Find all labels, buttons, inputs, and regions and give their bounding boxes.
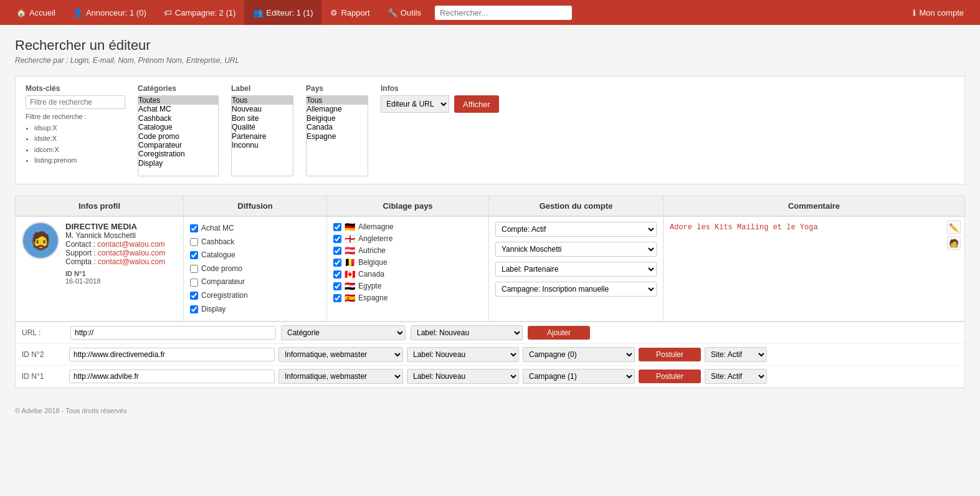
- support-row: Support : contact@walou.com: [65, 249, 177, 257]
- avatar: 🧔: [22, 222, 59, 259]
- afficher-button[interactable]: Afficher: [454, 95, 499, 113]
- postuler-button-3[interactable]: Postuler: [639, 370, 701, 383]
- infos-label: Infos: [381, 84, 499, 93]
- nav-outils[interactable]: 🔧 Outils: [379, 0, 430, 25]
- diffusion-cashback: Cashback: [190, 236, 320, 249]
- diffusion-code-promo: Code promo: [190, 262, 320, 276]
- url-input-1[interactable]: [70, 326, 276, 340]
- filter-pays: Pays Tous Allemagne Belgique Canada Espa…: [306, 84, 368, 176]
- compta-email[interactable]: contact@walou.com: [98, 257, 165, 266]
- header-commentaire: Commentaire: [664, 196, 964, 216]
- url-input-3[interactable]: [69, 370, 275, 383]
- filter-label: Label Tous Nouveau Bon site Qualité Part…: [231, 84, 293, 176]
- edit-comment-button[interactable]: ✏️: [947, 221, 961, 234]
- checkbox-cashback[interactable]: [190, 238, 198, 246]
- account-area: ℹ Mon compte: [904, 8, 973, 17]
- categorie-select-1[interactable]: Catégorie Informatique, webmaster: [281, 325, 406, 340]
- user-comment-button[interactable]: 🧑: [947, 236, 961, 250]
- nav-rapport[interactable]: ⚙ Rapport: [321, 0, 378, 25]
- campagne-select-3[interactable]: Campagne (1): [523, 369, 635, 384]
- mon-compte-label: Mon compte: [919, 8, 964, 17]
- campagne-select[interactable]: Campagne: Inscription manuelle: [495, 282, 657, 297]
- nav-editeur[interactable]: 👥 Editeur: 1 (1): [244, 0, 321, 25]
- cb-espagne[interactable]: [333, 294, 341, 302]
- url-row-1: URL : Catégorie Informatique, webmaster …: [16, 322, 964, 344]
- pays-select[interactable]: Tous Allemagne Belgique Canada Espagne: [306, 95, 368, 176]
- checkbox-display[interactable]: [190, 305, 198, 313]
- label-select-1[interactable]: Label: Nouveau Label: Bon site: [411, 325, 523, 340]
- label-select-3[interactable]: Label: Nouveau: [407, 369, 519, 384]
- checkbox-achat-mc[interactable]: [190, 224, 198, 232]
- label-select[interactable]: Tous Nouveau Bon site Qualité Partenaire…: [231, 95, 293, 176]
- contact-row: Contact : contact@walou.com: [65, 240, 177, 249]
- site-select-3[interactable]: Site: Actif: [705, 369, 767, 384]
- tag-icon: 🏷: [164, 8, 172, 17]
- postuler-button-2[interactable]: Postuler: [639, 348, 701, 361]
- infos-select[interactable]: Editeur & URL Editeur URL: [381, 95, 449, 113]
- users-icon: 👥: [253, 8, 263, 17]
- url-rows: URL : Catégorie Informatique, webmaster …: [16, 322, 964, 388]
- cb-allemagne[interactable]: [333, 223, 341, 231]
- nav-editeur-label: Editeur: 1 (1): [266, 8, 313, 17]
- diffusion-cell: Achat MC Cashback Catalogue Code promo C…: [184, 217, 327, 321]
- nav-rapport-label: Rapport: [341, 8, 369, 17]
- categorie-select-2[interactable]: Informatique, webmaster: [278, 347, 403, 362]
- nav-outils-label: Outils: [401, 8, 421, 17]
- cb-egypte[interactable]: [333, 282, 341, 290]
- contact-email[interactable]: contact@walou.com: [97, 240, 164, 249]
- mots-cles-input[interactable]: [26, 95, 125, 109]
- user-icon: 👤: [73, 8, 83, 17]
- checkbox-coregistration[interactable]: [190, 292, 198, 300]
- infos-row: Editeur & URL Editeur URL Afficher: [381, 95, 499, 113]
- cb-belgique[interactable]: [333, 259, 341, 267]
- categories-select[interactable]: Toutes Achat MC Cashback Catalogue Code …: [138, 95, 219, 176]
- campagne-select-2[interactable]: Campagne (0): [523, 347, 635, 362]
- nav-accueil[interactable]: 🏠 Accueil: [7, 0, 64, 25]
- filter-infos: Infos Editeur & URL Editeur URL Afficher: [381, 84, 499, 113]
- url-input-2[interactable]: [69, 348, 275, 361]
- header-gestion: Gestion du compte: [489, 196, 664, 216]
- site-select-2[interactable]: Site: Actif: [705, 347, 767, 362]
- footer: © Advibe 2018 - Tous droits réservés: [0, 401, 980, 421]
- nav-accueil-label: Accueil: [29, 8, 55, 17]
- nav-annonceur[interactable]: 👤 Annonceur: 1 (0): [64, 0, 155, 25]
- diffusion-comparateur: Comparateur: [190, 275, 320, 289]
- filter-hint: Filtre de recherche : idsup:X idsite:X i…: [26, 112, 125, 166]
- filter-categories: Catégories Toutes Achat MC Cashback Cata…: [138, 84, 219, 176]
- label-label: Label: [231, 84, 293, 93]
- mon-compte-link[interactable]: ℹ Mon compte: [904, 8, 973, 17]
- footer-text: © Advibe 2018 - Tous droits réservés: [15, 407, 127, 414]
- page-title: Rechercher un éditeur: [15, 37, 965, 54]
- topnav: 🏠 Accueil 👤 Annonceur: 1 (0) 🏷 Campagne:…: [0, 0, 980, 25]
- comment-text: Adore les Kits Mailing et le Yoga: [670, 222, 958, 233]
- categorie-select-3[interactable]: Informatique, webmaster: [278, 369, 403, 384]
- label-compte-select[interactable]: Label: Partenaire Label: Nouveau Label: …: [495, 262, 657, 277]
- table-row: 🧔 DIRECTIVE MEDIA M. Yannick Moschetti C…: [16, 217, 964, 322]
- ajouter-button[interactable]: Ajouter: [528, 326, 590, 340]
- commentaire-cell: Adore les Kits Mailing et le Yoga ✏️ 🧑: [664, 217, 964, 321]
- gear-icon: ⚙: [330, 8, 338, 17]
- personne-select[interactable]: Yannick Moschetti: [495, 242, 657, 257]
- search-container: [435, 6, 904, 20]
- diffusion-catalogue: Catalogue: [190, 249, 320, 262]
- url-row-2: ID N°2 Informatique, webmaster Label: No…: [16, 344, 964, 366]
- cb-canada[interactable]: [333, 270, 341, 279]
- categories-label: Catégories: [138, 84, 219, 93]
- pays-label: Pays: [306, 84, 368, 93]
- checkbox-code-promo[interactable]: [190, 265, 198, 273]
- diffusion-achat: Achat MC: [190, 222, 320, 236]
- filter-section: Mots-clés Filtre de recherche : idsup:X …: [15, 76, 965, 184]
- checkbox-catalogue[interactable]: [190, 251, 198, 259]
- search-input[interactable]: [435, 6, 572, 20]
- header-ciblage: Ciblage pays: [327, 196, 489, 216]
- nav-campagne[interactable]: 🏷 Campagne: 2 (1): [155, 0, 245, 25]
- checkbox-comparateur[interactable]: [190, 279, 198, 287]
- cb-angleterre[interactable]: [333, 235, 341, 243]
- label-select-2[interactable]: Label: Nouveau: [407, 347, 519, 362]
- cb-autriche[interactable]: [333, 247, 341, 255]
- profile-id: ID N°1: [65, 270, 177, 277]
- profile-company: DIRECTIVE MEDIA: [65, 222, 177, 231]
- compte-select[interactable]: Compte: Actif Compte: Inactif: [495, 222, 657, 237]
- support-email[interactable]: contact@walou.com: [98, 249, 165, 257]
- header-diffusion: Diffusion: [184, 196, 327, 216]
